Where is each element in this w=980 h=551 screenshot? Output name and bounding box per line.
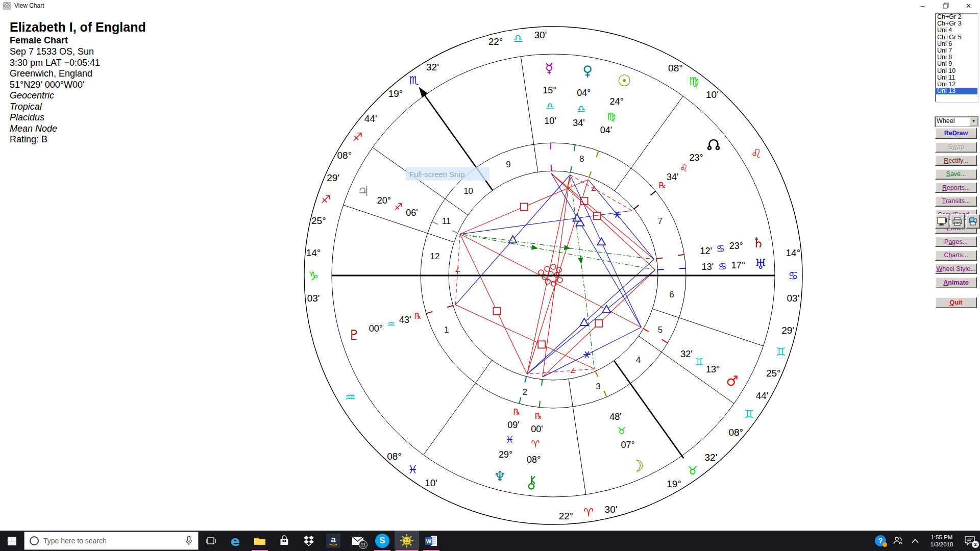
wheelstyle-button[interactable]: Wheel Style... — [935, 263, 977, 274]
skype-button[interactable]: S — [370, 531, 395, 551]
quit-button[interactable]: Quit — [935, 297, 977, 308]
chart-list-item[interactable]: Uni 6 — [936, 41, 977, 47]
cusp-minute: 10' — [706, 89, 719, 100]
edge-icon: e — [231, 534, 240, 548]
chiron-glyph — [529, 476, 535, 489]
people-tray-button[interactable] — [889, 531, 906, 551]
intercepted-sign-aquarius-icon: ♒ — [345, 390, 356, 405]
planet-sign-libra-icon: ♎ — [577, 103, 585, 114]
planet-glyph-jupiter: ♃ — [357, 183, 370, 199]
chart-house-system: Placidus — [10, 112, 146, 123]
planet-tick — [604, 391, 606, 397]
reports-button[interactable]: Reports... — [935, 182, 977, 193]
planet-glyph-uranus: ♅ — [754, 256, 767, 272]
cusp-sign-virgo-icon: ♍ — [689, 75, 699, 88]
print-preview-button[interactable] — [966, 214, 980, 229]
swap-button[interactable]: Swap — [935, 142, 977, 153]
planet-tick — [574, 145, 575, 152]
chart-list-item[interactable]: Uni 4 — [936, 27, 977, 34]
planet-degree: 23° — [729, 241, 743, 251]
planet-tick — [542, 379, 542, 386]
planet-degree: 24° — [609, 96, 623, 107]
word-button[interactable]: W — [419, 531, 444, 551]
planet-tick — [426, 312, 432, 314]
tray-expand-button[interactable] — [906, 531, 924, 551]
animate-button[interactable]: Animate — [935, 277, 977, 288]
search-input[interactable]: Type here to search — [24, 532, 199, 550]
charts-button[interactable]: Charts... — [935, 250, 977, 261]
planet-degree: 17° — [731, 260, 745, 270]
cusp-minute: 29' — [327, 172, 339, 183]
planet-minute: 00' — [531, 424, 543, 434]
icon-button-row — [935, 214, 980, 229]
planet-neptune: ♆29°♓09'℞ — [494, 407, 521, 484]
cusp-degree: 08° — [668, 63, 683, 73]
cusp-sign-sagittarius-icon: ♐ — [353, 131, 363, 143]
house-number: 7 — [658, 216, 663, 226]
planet-tick — [643, 329, 649, 332]
save-button[interactable]: Save... — [935, 169, 977, 180]
center-cluster-dot — [557, 278, 562, 283]
taskbar-clock[interactable]: 1:55 PM 1/3/2018 — [926, 534, 958, 548]
house-cusp-line — [569, 379, 586, 495]
planet-tick — [571, 166, 572, 173]
mail-button[interactable]: 11 — [346, 531, 370, 551]
store-button[interactable] — [272, 531, 297, 551]
chart-listbox[interactable]: Ch+Gr 2Ch+Gr 3Uni 4Ch+Gr 5Uni 6Uni 7Uni … — [935, 13, 978, 102]
planet-tick — [656, 258, 663, 259]
edge-button[interactable]: e — [223, 531, 248, 551]
planet-north-node: 23°♌34'℞ — [659, 140, 719, 190]
print-preview-icon — [967, 216, 978, 227]
solar-fire-app-button[interactable] — [395, 531, 419, 551]
redraw-button[interactable]: ReDraw — [935, 128, 977, 139]
aspect-line-trine — [570, 175, 641, 328]
view-mode-dropdown[interactable]: Wheel ▼ — [935, 116, 978, 127]
printer-icon — [952, 216, 963, 227]
print-button[interactable] — [950, 214, 965, 229]
chart-list-item[interactable]: Uni 9 — [936, 61, 977, 67]
planet-venus: ♀04°♎34' — [573, 63, 593, 128]
help-tray-button[interactable]: ? — [872, 531, 889, 551]
file-explorer-button[interactable] — [248, 531, 272, 551]
action-center-button[interactable]: 2 — [960, 531, 980, 551]
rectify-button[interactable]: Rectify... — [935, 155, 977, 166]
chart-list-item[interactable]: Uni 10 — [936, 68, 977, 74]
planet-sign-aries-icon: ♈ — [531, 438, 540, 449]
chart-zodiac: Tropical — [10, 102, 146, 113]
start-button[interactable] — [0, 531, 23, 551]
chart-list-item[interactable]: Uni 11 — [936, 74, 977, 81]
pages-button[interactable]: Pages... — [935, 236, 977, 247]
notification-badge: 2 — [972, 541, 979, 548]
cusp-sign-capricorn-icon: ♑ — [308, 269, 318, 282]
planet-tick — [633, 205, 639, 209]
amazon-icon: a — [326, 534, 340, 548]
clock-time: 1:55 PM — [926, 534, 958, 541]
planet-minute: 09' — [507, 420, 519, 430]
north-node-glyph — [708, 140, 719, 149]
microphone-icon[interactable] — [185, 536, 193, 546]
house-number: 2 — [523, 387, 527, 397]
search-placeholder: Type here to search — [43, 537, 185, 545]
chart-info-block: Elizabeth I, of England Female Chart Sep… — [10, 19, 146, 145]
planet-tick — [651, 191, 656, 195]
natal-wheel-chart: ∠∠∠14°♑03'08°♓10'22°♈30'19°♉32'08°♊44'25… — [0, 0, 980, 551]
transits-button[interactable]: Transits... — [935, 196, 977, 207]
dropbox-button[interactable] — [297, 531, 321, 551]
cusp-degree: 08° — [337, 150, 352, 161]
cusp-degree: 08° — [387, 451, 402, 462]
screen-view-button[interactable] — [935, 214, 949, 229]
cusp-sign-sagittarius-icon: ♐ — [321, 193, 331, 206]
chevron-down-icon[interactable]: ▼ — [969, 117, 978, 126]
center-cluster-dot — [545, 266, 550, 271]
system-tray: ? 1:55 PM 1/3/2018 — [872, 531, 980, 551]
chart-list-item[interactable]: Ch+Gr 5 — [936, 34, 977, 41]
chart-list-item[interactable]: Uni 13 — [936, 88, 977, 94]
trine-aspect-icon — [597, 238, 605, 245]
planet-sign-cancer-icon: ♋ — [718, 261, 727, 272]
square-aspect-icon — [521, 203, 528, 210]
task-view-button[interactable] — [199, 531, 223, 551]
taskbar: Type here to search e — [0, 531, 980, 551]
amazon-button[interactable]: a — [321, 531, 346, 551]
cusp-degree: 14° — [786, 247, 801, 258]
planet-sign-cancer-icon: ♋ — [716, 243, 725, 254]
